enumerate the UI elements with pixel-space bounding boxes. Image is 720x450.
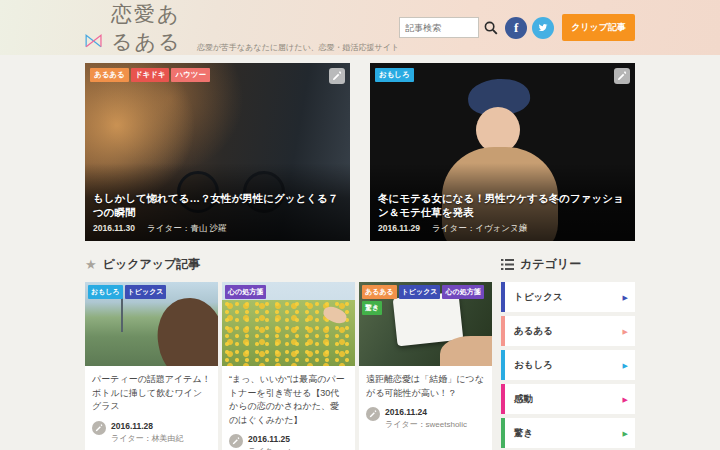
pickup-card-long-distance[interactable]: あるある トピックス 心の処方箋 驚き 遠距離恋愛は「結婚」につながる可能性が高… — [359, 282, 492, 450]
site-header: 恋愛あるある 恋愛が苦手なあなたに届けたい、恋愛・婚活応援サイト f クリップ記 — [0, 0, 720, 55]
chevron-right-icon: ▶ — [623, 294, 628, 301]
category-badge[interactable]: ハウツー — [171, 68, 210, 82]
pickup-section-header: ★ ピックアップ記事 — [85, 256, 493, 273]
article-writer: ライター：イヴォンヌ嬢 — [432, 223, 527, 235]
pencil-clip-icon[interactable] — [229, 434, 243, 448]
category-badge[interactable]: おもしろ — [375, 68, 414, 82]
pencil-glyph — [369, 410, 377, 418]
featured-articles: あるある ドキドキ ハウツー もしかして惚れてる…？女性が男性にグッとくる７つの… — [85, 63, 635, 241]
sidebar-item-topics[interactable]: トピックス ▶ — [501, 282, 635, 312]
category-section-title: カテゴリー — [520, 256, 581, 273]
search-icon[interactable] — [482, 19, 500, 37]
article-date: 2016.11.30 — [93, 223, 135, 235]
sidebar-item-odoroki[interactable]: 驚き ▶ — [501, 418, 635, 448]
sidebar-item-aruaru[interactable]: あるある ▶ — [501, 316, 635, 346]
category-badge[interactable]: 驚き — [362, 301, 382, 315]
pickup-card-partner[interactable]: 心の処方箋 “まっ、いいか”は最高のパートナーを引き寄せる【30代からの恋のかさ… — [222, 282, 355, 450]
photo-shape — [321, 304, 348, 326]
site-tagline: 恋愛が苦手なあなたに届けたい、恋愛・婚活応援サイト — [197, 42, 399, 53]
category-section-header: カテゴリー — [501, 256, 635, 273]
category-badge[interactable]: 心の処方箋 — [442, 285, 483, 299]
pencil-clip-icon[interactable] — [614, 68, 630, 84]
chevron-right-icon: ▶ — [623, 396, 628, 403]
article-title: もしかして惚れてる…？女性が男性にグッとくる７つの瞬間 — [93, 191, 342, 220]
pencil-clip-icon[interactable] — [92, 421, 106, 435]
featured-card-winter[interactable]: おもしろ 冬にモテる女になる！男性ウケする冬のファッション＆モテ仕草を発表 20… — [370, 63, 635, 241]
twitter-bird-glyph — [537, 22, 549, 34]
chevron-right-icon: ▶ — [623, 362, 628, 369]
article-writer: ライター：kanoa — [248, 446, 310, 450]
photo-shape — [440, 336, 492, 366]
featured-card-bicycle[interactable]: あるある ドキドキ ハウツー もしかして惚れてる…？女性が男性にグッとくる７つの… — [85, 63, 350, 241]
article-date: 2016.11.28 — [111, 421, 184, 431]
article-date: 2016.11.24 — [385, 407, 467, 417]
article-title: 冬にモテる女になる！男性ウケする冬のファッション＆モテ仕草を発表 — [378, 191, 627, 220]
sidebar-item-omoshiro[interactable]: おもしろ ▶ — [501, 350, 635, 380]
article-title: パーティーの話題アイテム！ボトルに挿して飲むワイングラス — [92, 373, 211, 414]
article-title: “まっ、いいか”は最高のパートナーを引き寄せる【30代からの恋のかさねかた、愛の… — [229, 373, 348, 427]
category-badge[interactable]: トピックス — [399, 285, 441, 299]
article-date: 2016.11.25 — [248, 434, 310, 444]
list-icon — [501, 259, 514, 270]
article-writer: ライター：sweetsholic — [385, 419, 467, 430]
pencil-glyph — [232, 437, 240, 445]
search-box — [399, 17, 500, 38]
bowtie-logo-icon — [85, 29, 102, 53]
site-logo[interactable]: 恋愛あるある 恋愛が苦手なあなたに届けたい、恋愛・婚活応援サイト — [85, 0, 399, 56]
chevron-right-icon: ▶ — [623, 328, 628, 335]
twitter-icon[interactable] — [532, 17, 554, 39]
article-writer: ライター：青山 沙羅 — [147, 223, 226, 235]
caption-overlay: もしかして惚れてる…？女性が男性にグッとくる７つの瞬間 2016.11.30 ラ… — [85, 163, 350, 241]
magnifier-glyph — [484, 21, 498, 35]
pickup-section: ★ ピックアップ記事 おもしろ トピックス パーティーの話題アイテム！ボトルに挿… — [85, 254, 493, 450]
category-label: 驚き — [514, 427, 533, 440]
pencil-clip-icon[interactable] — [366, 407, 380, 421]
pickup-section-title: ピックアップ記事 — [103, 256, 201, 273]
category-badge[interactable]: あるある — [90, 68, 129, 82]
category-label: トピックス — [514, 291, 563, 304]
clip-articles-button[interactable]: クリップ記事 — [562, 14, 635, 41]
category-badge[interactable]: トピックス — [125, 285, 167, 299]
chevron-right-icon: ▶ — [623, 430, 628, 437]
pencil-glyph — [617, 71, 627, 81]
article-date: 2016.11.29 — [378, 223, 420, 235]
category-label: おもしろ — [514, 359, 553, 372]
facebook-icon[interactable]: f — [505, 17, 527, 39]
category-sidebar: カテゴリー トピックス ▶ あるある ▶ おもしろ ▶ 感動 ▶ — [501, 254, 635, 450]
star-icon: ★ — [85, 258, 97, 271]
category-badge[interactable]: ドキドキ — [131, 68, 170, 82]
category-badge[interactable]: おもしろ — [88, 285, 123, 299]
pencil-glyph — [95, 424, 103, 432]
pickup-card-wine-glass[interactable]: おもしろ トピックス パーティーの話題アイテム！ボトルに挿して飲むワイングラス … — [85, 282, 218, 450]
article-writer: ライター：林美由紀 — [111, 433, 184, 444]
category-badge[interactable]: 心の処方箋 — [225, 285, 266, 299]
article-title: 遠距離恋愛は「結婚」につながる可能性が高い！？ — [366, 373, 485, 400]
site-title: 恋愛あるある — [111, 0, 191, 56]
search-input[interactable] — [399, 17, 479, 38]
caption-overlay: 冬にモテる女になる！男性ウケする冬のファッション＆モテ仕草を発表 2016.11… — [370, 163, 635, 241]
category-badge[interactable]: あるある — [362, 285, 397, 299]
pencil-clip-icon[interactable] — [329, 68, 345, 84]
category-label: あるある — [514, 325, 553, 338]
category-label: 感動 — [514, 393, 533, 406]
pencil-glyph — [332, 71, 342, 81]
sidebar-item-kando[interactable]: 感動 ▶ — [501, 384, 635, 414]
